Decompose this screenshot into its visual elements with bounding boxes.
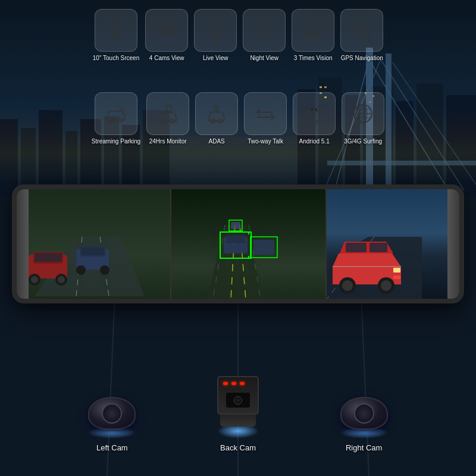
svg-rect-116 — [393, 275, 400, 279]
feature-icon-night — [243, 9, 286, 52]
feature-label-live: Live View — [203, 55, 228, 61]
feature-label-touch: 10" Touch Srceen — [93, 55, 139, 61]
svg-point-52 — [359, 25, 364, 30]
center-view-svg — [171, 189, 325, 299]
feature-label-4cams: 4 Cams View — [149, 55, 184, 61]
svg-line-57 — [368, 40, 370, 42]
feature-gps: GPS Navigation — [340, 9, 383, 61]
svg-point-53 — [367, 32, 371, 36]
cam-view-right — [327, 189, 459, 299]
right-cam-label: Right Cam — [346, 443, 382, 452]
svg-rect-101 — [226, 235, 245, 243]
feature-icon-surfing — [342, 92, 384, 135]
feature-label-twoway: Two-way Talk — [248, 138, 283, 145]
feature-icon-android — [293, 92, 336, 135]
svg-rect-17 — [320, 86, 322, 88]
mirror-frame-right — [447, 189, 459, 299]
feature-icon-adas — [195, 92, 238, 135]
feature-3times: 3 Wide Angle 3 Times Vision — [292, 9, 334, 61]
svg-point-114 — [381, 280, 392, 291]
left-cam-lens — [88, 397, 136, 430]
svg-rect-85 — [35, 253, 62, 262]
feature-icon-twoway — [244, 92, 287, 135]
feature-icon-3times: 3 Wide Angle — [292, 9, 334, 52]
cameras-section: Left Cam Back Cam — [0, 376, 476, 452]
svg-line-70 — [309, 105, 311, 107]
feature-android: Andriod 5.1 — [293, 92, 336, 145]
svg-point-38 — [165, 29, 168, 32]
feature-label-surfing: 3G/4G Surfing — [344, 138, 382, 145]
back-cam-housing — [217, 376, 259, 415]
svg-point-94 — [100, 265, 109, 275]
svg-text:Wide Angle: Wide Angle — [304, 34, 322, 37]
feature-label-night: Night View — [250, 55, 278, 61]
feature-icon-streaming — [95, 92, 137, 135]
svg-rect-109 — [346, 243, 367, 252]
feature-night-view: Night View — [243, 9, 286, 61]
features-row-2: Streaming Parking 24Hrs Monitor — [0, 92, 476, 145]
feature-label-gps: GPS Navigation — [341, 55, 383, 61]
svg-rect-103 — [231, 222, 240, 229]
left-cam-label: Left Cam — [96, 443, 128, 452]
feature-live-view: Live View — [194, 9, 237, 61]
cam-view-center — [171, 189, 326, 299]
main-container: 10" Touch Srceen 4 Cams View — [0, 0, 476, 476]
back-cam-body — [217, 376, 259, 439]
back-cam-mount — [220, 415, 256, 427]
feature-adas: ADAS — [195, 92, 238, 145]
svg-point-93 — [76, 265, 86, 275]
svg-point-89 — [58, 276, 65, 283]
svg-point-68 — [312, 109, 314, 111]
svg-point-36 — [115, 20, 117, 21]
left-cam-body — [88, 397, 136, 439]
mirror-screen — [17, 189, 459, 299]
svg-point-37 — [163, 27, 170, 34]
feature-label-streaming: Streaming Parking — [92, 138, 140, 145]
svg-line-71 — [317, 105, 319, 107]
feature-icon-24hrs — [146, 92, 189, 135]
mirror-display — [12, 184, 464, 303]
left-cam-unit: Left Cam — [88, 397, 136, 452]
feature-icon-4cams — [145, 9, 188, 52]
feature-24hrs: 24Hrs Monitor — [146, 92, 189, 145]
svg-text:3: 3 — [312, 25, 315, 31]
features-row-1: 10" Touch Srceen 4 Cams View — [0, 9, 476, 61]
feature-streaming: Streaming Parking — [92, 92, 140, 145]
feature-label-3times: 3 Times Vision — [294, 55, 333, 61]
cam-view-left — [17, 189, 171, 299]
svg-rect-110 — [369, 243, 387, 252]
feature-label-24hrs: 24Hrs Monitor — [149, 138, 187, 145]
back-cam-lens — [226, 393, 250, 408]
svg-point-87 — [31, 276, 38, 283]
feature-label-adas: ADAS — [209, 138, 225, 145]
right-view-svg — [327, 189, 459, 299]
feature-icon-live — [194, 9, 237, 52]
svg-rect-92 — [82, 248, 104, 255]
left-view-svg — [17, 189, 170, 299]
feature-icon-touch — [95, 9, 137, 52]
svg-point-69 — [315, 109, 317, 111]
back-cam-lens-dot — [234, 396, 242, 405]
feature-touch-screen: 10" Touch Srceen — [93, 9, 139, 61]
svg-point-67 — [215, 109, 217, 111]
feature-4cams: 4 Cams View — [145, 9, 188, 61]
feature-icon-gps — [340, 9, 383, 52]
back-cam-label: Back Cam — [220, 443, 256, 452]
feature-twoway: Two-way Talk — [244, 92, 287, 145]
feature-surfing: 3G/4G Surfing — [342, 92, 384, 145]
svg-rect-115 — [393, 268, 400, 273]
right-cam-body — [340, 397, 388, 439]
mirror-frame-left — [17, 189, 29, 299]
feature-label-android: Andriod 5.1 — [299, 138, 330, 145]
right-cam-unit: Right Cam — [340, 397, 388, 452]
right-cam-lens — [340, 397, 388, 430]
svg-rect-105 — [253, 240, 274, 255]
svg-rect-18 — [324, 86, 327, 88]
back-cam-unit: Back Cam — [217, 376, 259, 452]
svg-point-112 — [342, 280, 353, 291]
